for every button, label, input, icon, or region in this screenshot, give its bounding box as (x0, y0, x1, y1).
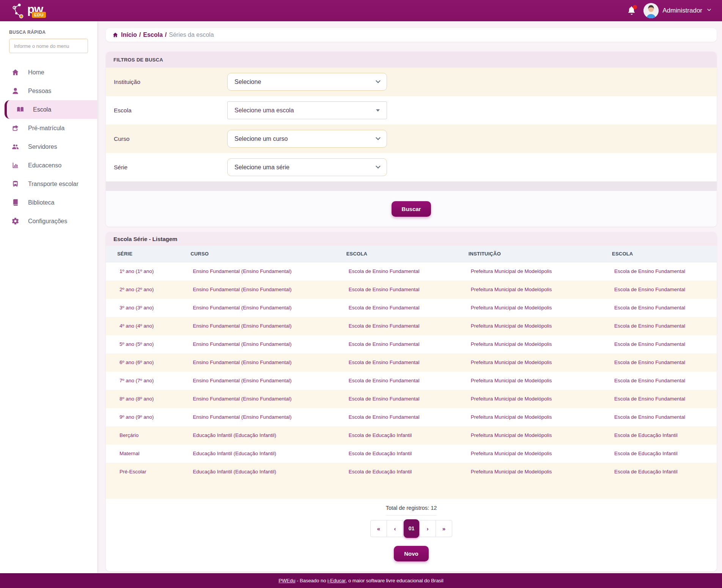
table-cell: Escola de Ensino Fundamental (601, 281, 717, 299)
share-icon (11, 124, 19, 132)
table-row: 6º ano (6º ano)Ensino Fundamental (Ensin… (106, 353, 717, 372)
table-cell: Ensino Fundamental (Ensino Fundamental) (179, 408, 335, 426)
search-button[interactable]: Buscar (392, 201, 431, 217)
table-row: 3º ano (3º ano)Ensino Fundamental (Ensin… (106, 299, 717, 317)
sidebar-item-biblioteca[interactable]: Biblioteca (0, 193, 97, 212)
pagination-current-page[interactable]: 01 (404, 519, 419, 538)
table-cell: Escola de Ensino Fundamental (601, 408, 717, 426)
sidebar-item-pre-matricula[interactable]: Pré-matrícula (0, 119, 97, 137)
sidebar-item-label: Home (28, 69, 44, 76)
app-logo[interactable]: pw EDU (10, 0, 43, 21)
pagination-prev-button[interactable]: ‹ (387, 520, 403, 537)
table-cell: Escola de Ensino Fundamental (335, 262, 457, 281)
sidebar-item-transporte-escolar[interactable]: Transporte escolar (0, 175, 97, 193)
select-curso[interactable]: Selecione um curso (227, 130, 387, 148)
filter-row-instituicao: InstituiçãoSelecione (106, 68, 717, 96)
chevron-down-icon (376, 78, 381, 83)
table-cell: Escola de Educação Infantil (335, 463, 457, 481)
table-row: 7º ano (7º ano)Ensino Fundamental (Ensin… (106, 372, 717, 390)
table-cell: Escola de Ensino Fundamental (601, 299, 717, 317)
table-cell: 3º ano (3º ano) (106, 299, 179, 317)
column-header: INSTITUIÇÃO (457, 246, 601, 262)
menu-search-input[interactable] (9, 39, 88, 53)
notifications-button[interactable] (627, 6, 637, 16)
table-cell: Escola de Educação Infantil (335, 445, 457, 463)
table-cell: Escola de Ensino Fundamental (335, 408, 457, 426)
footer-pwedu-link[interactable]: PWEdu (278, 578, 295, 583)
table-row: 4º ano (4º ano)Ensino Fundamental (Ensin… (106, 317, 717, 335)
table-cell: Pré-Escolar (106, 463, 179, 481)
series-table: SÉRIECURSOESCOLAINSTITUIÇÃOESCOLA 1º ano… (106, 246, 717, 481)
user-menu[interactable]: Administrador (643, 3, 712, 18)
table-cell: Escola de Ensino Fundamental (335, 335, 457, 353)
table-cell: Prefeitura Municipal de Modelópolis (457, 390, 601, 408)
listing-card: Escola Série - Listagem SÉRIECURSOESCOLA… (106, 232, 717, 571)
table-cell: Prefeitura Municipal de Modelópolis (457, 408, 601, 426)
sidebar-item-label: Servidores (28, 143, 57, 150)
sidebar-item-servidores[interactable]: Servidores (0, 137, 97, 156)
user-name: Administrador (662, 7, 702, 14)
table-cell: Escola de Ensino Fundamental (601, 262, 717, 281)
filters-divider (106, 181, 717, 191)
top-bar: pw EDU (0, 0, 722, 21)
logo-edu-badge: EDU (32, 12, 46, 18)
sidebar-item-label: Pré-matrícula (28, 125, 64, 132)
sidebar-item-home[interactable]: Home (0, 63, 97, 82)
footer-text: , o maior software livre educacional do … (346, 578, 444, 583)
table-cell: Escola de Educação Infantil (601, 463, 717, 481)
pagination: « ‹ 01 › » (370, 519, 452, 538)
new-button[interactable]: Novo (394, 546, 429, 561)
book-icon (11, 199, 19, 207)
home-icon (112, 32, 118, 38)
table-row: 5º ano (5º ano)Ensino Fundamental (Ensin… (106, 335, 717, 353)
filter-row-escola: EscolaSelecione uma escola (106, 96, 717, 125)
table-cell: Ensino Fundamental (Ensino Fundamental) (179, 317, 335, 335)
table-cell: Escola de Ensino Fundamental (601, 335, 717, 353)
totals-divider (386, 515, 436, 515)
sidebar-item-label: Biblioteca (28, 199, 54, 206)
table-cell: Escola de Ensino Fundamental (335, 353, 457, 372)
sidebar-item-pessoas[interactable]: Pessoas (0, 82, 97, 100)
table-cell: Ensino Fundamental (Ensino Fundamental) (179, 281, 335, 299)
filter-label-curso: Curso (114, 136, 227, 142)
table-cell: Prefeitura Municipal de Modelópolis (457, 353, 601, 372)
breadcrumb-link-inicio[interactable]: Início (121, 32, 137, 38)
breadcrumb-link-escola[interactable]: Escola (143, 32, 163, 38)
table-cell: Educação Infantil (Educação Infantil) (179, 445, 335, 463)
column-header: ESCOLA (335, 246, 457, 262)
select-serie[interactable]: Selecione uma série (227, 158, 387, 176)
table-row: 2º ano (2º ano)Ensino Fundamental (Ensin… (106, 281, 717, 299)
sidebar-item-configuracoes[interactable]: Configurações (0, 212, 97, 230)
table-cell: 7º ano (7º ano) (106, 372, 179, 390)
table-cell: Prefeitura Municipal de Modelópolis (457, 426, 601, 445)
table-cell: Escola de Ensino Fundamental (335, 281, 457, 299)
filter-row-serie: SérieSelecione uma série (106, 153, 717, 181)
table-cell: Escola de Ensino Fundamental (601, 353, 717, 372)
users-icon (11, 143, 19, 151)
select-value: Selecione (234, 79, 261, 85)
sidebar-item-educacenso[interactable]: Educacenso (0, 156, 97, 175)
main-content: Início / Escola / Séries da escola FILTR… (97, 21, 722, 573)
select-instituicao[interactable]: Selecione (227, 73, 387, 91)
select-escola[interactable]: Selecione uma escola (227, 101, 387, 119)
sidebar-item-escola[interactable]: Escola (5, 100, 97, 119)
table-cell: Ensino Fundamental (Ensino Fundamental) (179, 299, 335, 317)
bus-icon (11, 180, 19, 188)
home-icon (11, 68, 19, 76)
select-value: Selecione um curso (234, 136, 288, 142)
table-cell: Berçário (106, 426, 179, 445)
filter-label-instituicao: Instituição (114, 79, 227, 85)
footer-ieducar-link[interactable]: i-Educar (327, 578, 346, 583)
pagination-last-button[interactable]: » (436, 520, 452, 537)
table-footer-strip (106, 481, 717, 499)
table-cell: Educação Infantil (Educação Infantil) (179, 463, 335, 481)
footer-text: - Baseado no (295, 578, 327, 583)
table-cell: Prefeitura Municipal de Modelópolis (457, 335, 601, 353)
table-cell: 5º ano (5º ano) (106, 335, 179, 353)
pagination-first-button[interactable]: « (370, 520, 387, 537)
pagination-next-button[interactable]: › (419, 520, 436, 537)
filter-row-curso: CursoSelecione um curso (106, 125, 717, 153)
page: pw EDU (0, 0, 722, 588)
sidebar: BUSCA RÁPIDA HomePessoasEscolaPré-matríc… (0, 21, 97, 573)
filter-rows: InstituiçãoSelecioneEscolaSelecione uma … (106, 68, 717, 181)
